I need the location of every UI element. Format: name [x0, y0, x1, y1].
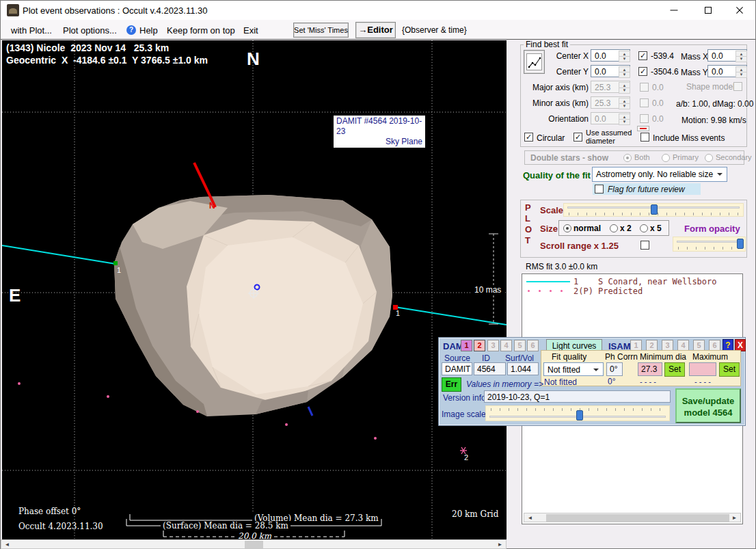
use-assumed-diameter-checkbox[interactable] [573, 133, 582, 142]
chord1-start-label: 1 [117, 266, 121, 274]
maximize-button[interactable] [692, 1, 724, 20]
menu-plot-options[interactable]: Plot options... [63, 25, 117, 36]
source-field[interactable]: DAMIT [442, 362, 472, 375]
minor-check-value: 0.0 [652, 98, 664, 108]
damit-tab-4[interactable]: 4 [500, 340, 512, 351]
min-dia-field[interactable]: 27.3 [638, 362, 662, 376]
mem-fit-value: Not fitted [544, 377, 577, 387]
id-field[interactable]: 4564 [474, 362, 506, 375]
double-both-label: Both [634, 153, 650, 161]
observation-row-2[interactable]: 2(P) Predicted [573, 286, 643, 296]
size-x5-label: x 5 [650, 224, 662, 233]
fit-chart-button[interactable] [524, 50, 545, 74]
damit-tab-5[interactable]: 5 [514, 340, 526, 351]
mem-ph-value: 0° [608, 377, 615, 386]
plot-letter-p: P [525, 202, 531, 213]
menu-keep-on-top[interactable]: Keep form on top [167, 25, 235, 36]
form-opacity-label: Form opacity [684, 224, 740, 234]
editor-button[interactable]: →Editor [355, 22, 396, 38]
red-dash-button[interactable] [637, 126, 649, 131]
app-window: Plot event observations : Occult v.4.202… [0, 0, 756, 549]
size-normal-label: normal [573, 224, 601, 233]
source-label: Source [444, 353, 470, 363]
max-dia-set-button[interactable]: Set [719, 362, 740, 377]
size-x2-radio[interactable] [610, 224, 618, 232]
predicted-num-label: 2 [464, 453, 468, 461]
rms-fit-label: RMS fit 3.0 ±0.0 km [526, 262, 597, 271]
save-update-button[interactable]: Save/update model 4564 [675, 388, 741, 423]
quality-dropdown[interactable]: Astrometry only. No reliable size [592, 167, 727, 182]
plot-hscroll-thumb[interactable] [245, 541, 263, 548]
list-hscrollbar[interactable] [524, 513, 741, 522]
damit-tab-1[interactable]: 1 [461, 340, 472, 351]
close-button[interactable] [724, 1, 755, 20]
damit-tab-2[interactable]: 2 [474, 340, 485, 351]
mem-max-value: - - - - [694, 377, 711, 386]
center-x-spinner[interactable]: 0.0 [591, 49, 630, 62]
mem-min-value: - - - - [640, 377, 656, 386]
damit-tab-6[interactable]: 6 [527, 340, 539, 351]
ph-corr-label: Ph Corrn [605, 352, 638, 362]
min-dia-set-button[interactable]: Set [664, 362, 685, 377]
surface-dia-label: (Surface) Mean dia = 28.5 km [161, 521, 291, 531]
sky-plane-plot[interactable]: (1343) Nicole 2023 Nov 14 25.3 km Geocen… [2, 40, 507, 540]
menu-help[interactable]: Help [139, 25, 158, 36]
include-miss-events-checkbox[interactable] [640, 133, 649, 142]
occult-version-label: Occult 4.2023.11.30 [18, 522, 103, 531]
center-y-spinner[interactable]: 0.0 [591, 65, 630, 77]
size-x5-radio[interactable] [640, 224, 648, 232]
survol-label: Surf/Vol [505, 353, 534, 363]
app-icon [7, 4, 19, 16]
plot-letter-o: O [525, 224, 532, 235]
orientation-checkbox [640, 114, 649, 123]
blue-tick-marker [308, 407, 312, 416]
spinner-arrows-icon[interactable] [619, 51, 629, 60]
list-scroll-left-icon[interactable] [525, 514, 535, 522]
menu-with-plot[interactable]: with Plot... [11, 25, 52, 36]
orientation-label: Orientation [527, 114, 589, 124]
scroll-right-icon[interactable] [495, 541, 505, 548]
form-opacity-slider[interactable] [673, 237, 746, 252]
plot-title-line1: (1343) Nicole 2023 Nov 14 25.3 km [6, 42, 169, 53]
grid-scale-label: 20 km Grid [452, 509, 498, 519]
flag-review-checkbox[interactable] [595, 185, 604, 193]
scroll-left-icon[interactable] [2, 541, 12, 548]
fit-values-area: Fit quality Ph Corrn Minimum dia Maximum… [541, 350, 741, 386]
mass-y-spinner[interactable]: 0.0 [707, 65, 747, 77]
max-dia-field[interactable] [689, 362, 716, 376]
err-button[interactable]: Err [442, 377, 461, 392]
mass-x-spinner[interactable]: 0.0 [707, 49, 747, 62]
double-primary-radio [662, 154, 670, 162]
orientation-check-value: 0.0 [652, 114, 664, 124]
double-primary-label: Primary [673, 153, 699, 161]
center-x-label: Center X [548, 51, 589, 61]
circular-checkbox[interactable] [524, 133, 533, 142]
minimize-button[interactable] [658, 1, 690, 20]
fit-quality-label: Fit quality [552, 352, 586, 362]
center-x-checkbox[interactable] [638, 51, 647, 60]
scale-slider-thumb[interactable] [651, 204, 658, 215]
double-secondary-label: Secondary [716, 153, 752, 161]
size-normal-radio[interactable] [563, 224, 571, 232]
set-miss-times-button[interactable]: Set 'Miss' Times [293, 23, 349, 38]
help-icon [126, 25, 136, 35]
observation-row-1[interactable]: 1 S Conard, near Wellsboro [573, 277, 717, 286]
list-hscroll-thumb[interactable] [546, 514, 731, 522]
survol-field[interactable]: 1.044 [507, 362, 539, 375]
fit-quality-dropdown[interactable]: Not fitted [543, 362, 604, 376]
ph-corr-field[interactable]: 0° [606, 362, 623, 376]
double-stars-label: Double stars - show [530, 153, 608, 163]
menu-exit[interactable]: Exit [243, 25, 258, 36]
list-scroll-right-icon[interactable] [729, 514, 740, 522]
image-scale-slider[interactable] [485, 405, 670, 421]
version-info-field[interactable]: 2019-10-23, Q=1 [484, 390, 671, 403]
image-scale-thumb[interactable] [576, 410, 583, 420]
damit-tab-3[interactable]: 3 [487, 340, 499, 351]
scale-slider[interactable] [563, 203, 744, 217]
plot-hscrollbar[interactable] [1, 539, 507, 549]
center-y-checkbox[interactable] [638, 67, 647, 76]
plot-letter-l: L [525, 213, 530, 224]
form-opacity-thumb[interactable] [737, 239, 744, 249]
flag-review-label: Flag for future review [608, 185, 685, 194]
scroll-range-checkbox[interactable] [640, 241, 649, 250]
